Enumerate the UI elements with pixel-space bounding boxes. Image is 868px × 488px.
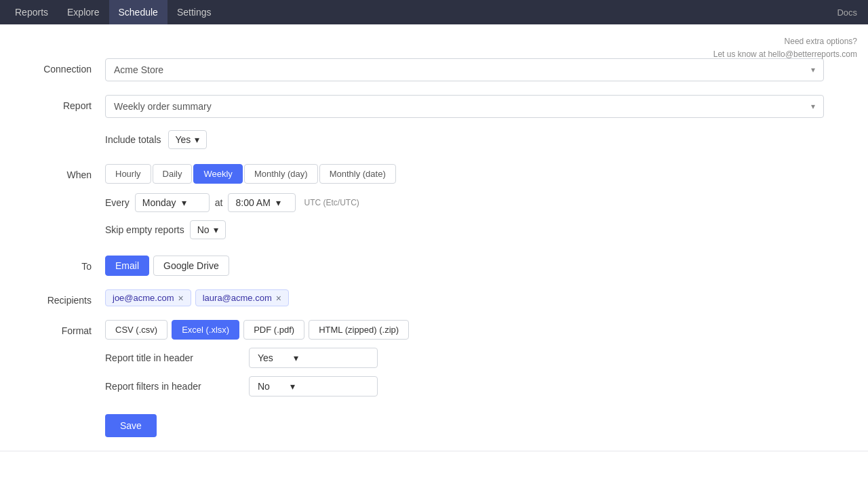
report-filters-header-row: Report filters in header No ▾ — [105, 376, 824, 396]
report-filters-header-dropdown[interactable]: No ▾ — [249, 376, 378, 396]
connection-value: Acme Store — [114, 64, 163, 75]
to-label: To — [0, 256, 105, 272]
format-row: Format CSV (.csv) Excel (.xlsx) PDF (.pd… — [0, 313, 854, 403]
when-row: When Hourly Daily Weekly Monthly (day) M… — [0, 155, 854, 246]
format-csv-button[interactable]: CSV (.csv) — [105, 320, 167, 340]
tab-hourly[interactable]: Hourly — [105, 164, 151, 184]
chevron-down-icon: ▾ — [811, 65, 815, 75]
chevron-down-icon: ▾ — [195, 134, 199, 145]
chevron-down-icon: ▾ — [276, 197, 281, 208]
recipients-area: joe@acme.com × laura@acme.com × — [105, 289, 824, 306]
report-label: Report — [0, 95, 105, 111]
chevron-down-icon: ▾ — [182, 197, 186, 208]
to-google-drive-button[interactable]: Google Drive — [153, 256, 229, 276]
time-dropdown[interactable]: 8:00 AM ▾ — [228, 193, 296, 212]
format-pdf-button[interactable]: PDF (.pdf) — [243, 320, 304, 340]
connection-control: Acme Store ▾ — [105, 58, 824, 81]
chevron-down-icon: ▾ — [214, 224, 218, 235]
recipient-remove-joe[interactable]: × — [178, 293, 184, 303]
format-buttons: CSV (.csv) Excel (.xlsx) PDF (.pdf) HTML… — [105, 320, 824, 340]
nav-item-reports[interactable]: Reports — [5, 0, 58, 24]
time-value: 8:00 AM — [235, 197, 270, 208]
recipient-tag-joe: joe@acme.com × — [105, 289, 191, 306]
skip-empty-value: No — [197, 224, 210, 235]
report-control: Weekly order summary ▾ — [105, 95, 824, 118]
recipients-control: joe@acme.com × laura@acme.com × — [105, 289, 824, 306]
report-filters-header-label: Report filters in header — [105, 381, 241, 392]
chevron-down-icon: ▾ — [294, 352, 298, 363]
to-email-button[interactable]: Email — [105, 256, 149, 276]
recipient-tag-laura: laura@acme.com × — [195, 289, 289, 306]
report-value: Weekly order summary — [114, 101, 212, 112]
report-title-header-row: Report title in header Yes ▾ — [105, 348, 824, 368]
nav-item-schedule[interactable]: Schedule — [109, 0, 167, 24]
to-buttons: Email Google Drive — [105, 256, 824, 276]
at-label: at — [215, 197, 223, 208]
report-title-header-dropdown[interactable]: Yes ▾ — [249, 348, 378, 368]
connection-dropdown[interactable]: Acme Store ▾ — [105, 58, 824, 81]
report-filters-header-value: No — [258, 381, 270, 392]
to-row: To Email Google Drive — [0, 246, 854, 283]
connection-label: Connection — [0, 58, 105, 75]
recipient-email-laura: laura@acme.com — [203, 293, 272, 303]
timezone-label: UTC (Etc/UTC) — [304, 198, 359, 207]
nav-docs[interactable]: Docs — [837, 7, 863, 18]
skip-empty-dropdown[interactable]: No ▾ — [190, 220, 226, 239]
every-label: Every — [105, 197, 130, 208]
include-totals-row: Include totals Yes ▾ — [0, 125, 868, 155]
nav-item-explore[interactable]: Explore — [58, 0, 108, 24]
tab-monthly-day[interactable]: Monthly (day) — [244, 164, 318, 184]
format-html-button[interactable]: HTML (zipped) (.zip) — [309, 320, 409, 340]
tab-monthly-date[interactable]: Monthly (date) — [319, 164, 396, 184]
include-totals-dropdown[interactable]: Yes ▾ — [168, 130, 208, 149]
recipients-row: Recipients joe@acme.com × laura@acme.com… — [0, 283, 854, 313]
chevron-down-icon: ▾ — [811, 102, 815, 111]
skip-empty-label: Skip empty reports — [105, 224, 184, 235]
tab-weekly[interactable]: Weekly — [193, 164, 242, 184]
to-control: Email Google Drive — [105, 256, 824, 276]
help-text: Need extra options? Let us know at hello… — [713, 35, 857, 61]
format-control: CSV (.csv) Excel (.xlsx) PDF (.pdf) HTML… — [105, 320, 824, 396]
report-title-header-label: Report title in header — [105, 352, 241, 363]
report-title-header-value: Yes — [258, 352, 273, 363]
when-tabs: Hourly Daily Weekly Monthly (day) Monthl… — [105, 164, 824, 184]
schedule-form: Connection Acme Store ▾ Report Weekly or… — [0, 24, 868, 437]
when-control: Hourly Daily Weekly Monthly (day) Monthl… — [105, 164, 824, 239]
format-excel-button[interactable]: Excel (.xlsx) — [172, 320, 239, 340]
include-totals-label: Include totals — [105, 134, 161, 145]
chevron-down-icon: ▾ — [290, 381, 295, 392]
top-navigation: Reports Explore Schedule Settings Docs — [0, 0, 868, 24]
recipients-label: Recipients — [0, 289, 105, 306]
main-content: Need extra options? Let us know at hello… — [0, 24, 868, 488]
save-button[interactable]: Save — [105, 414, 157, 437]
day-of-week-dropdown[interactable]: Monday ▾ — [135, 193, 210, 212]
help-line2: Let us know at hello@betterreports.com — [713, 48, 857, 61]
help-line1: Need extra options? — [713, 35, 857, 48]
recipient-email-joe: joe@acme.com — [113, 293, 174, 303]
report-dropdown[interactable]: Weekly order summary ▾ — [105, 95, 824, 118]
tab-daily[interactable]: Daily — [153, 164, 193, 184]
recipient-remove-laura[interactable]: × — [276, 293, 281, 303]
report-row: Report Weekly order summary ▾ — [0, 88, 854, 125]
skip-empty-row: Skip empty reports No ▾ — [105, 220, 824, 239]
include-totals-value: Yes — [176, 134, 191, 145]
format-label: Format — [0, 320, 105, 336]
day-of-week-value: Monday — [142, 197, 176, 208]
when-label: When — [0, 164, 105, 180]
every-row: Every Monday ▾ at 8:00 AM ▾ UTC (Etc/UTC… — [105, 193, 824, 212]
nav-item-settings[interactable]: Settings — [167, 0, 221, 24]
